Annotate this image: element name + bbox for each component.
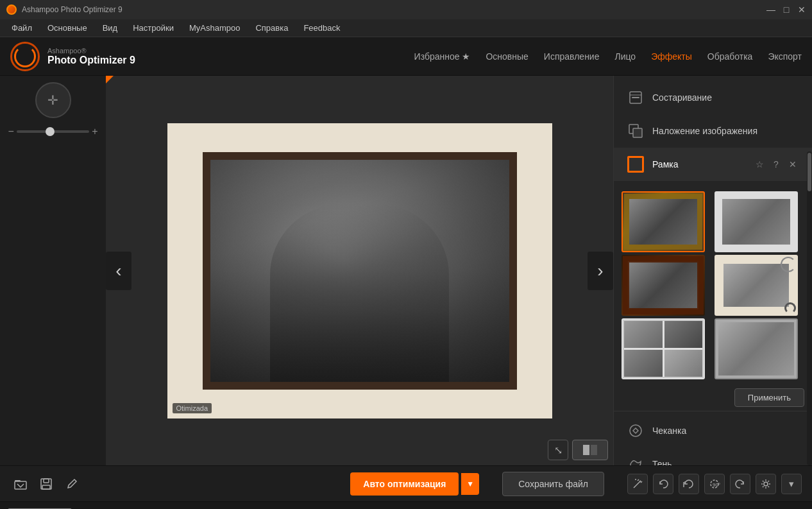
zoom-slider-thumb[interactable] [46, 127, 55, 136]
frame-help-button[interactable]: ? [770, 158, 782, 171]
pan-control[interactable] [35, 82, 71, 118]
maximize-button[interactable]: □ [782, 6, 790, 13]
close-button[interactable]: ✕ [798, 6, 806, 13]
effect-shadow[interactable]: Тень [614, 447, 812, 465]
edit-tool-button[interactable] [62, 474, 82, 494]
effect-emboss[interactable]: Чеканка [614, 414, 812, 447]
overlay-label: Наложение изображения [652, 126, 757, 136]
magic-wand-button[interactable] [627, 474, 648, 494]
zoom-slider[interactable] [17, 130, 89, 133]
logo-area: Ashampoo® Photo Optimizer 9 [10, 42, 135, 71]
image-bottom-controls: ⤡ [548, 440, 608, 460]
split-view-button[interactable] [572, 440, 608, 460]
menu-help[interactable]: Справка [249, 21, 294, 35]
frame-icon-box [627, 156, 644, 173]
zoom-plus-button[interactable]: + [92, 126, 97, 137]
auto-optimize-button[interactable]: Авто оптимизация [350, 472, 459, 496]
right-scrollbar[interactable] [807, 151, 812, 465]
frame-icon [627, 155, 645, 173]
fit-screen-button[interactable]: ⤡ [548, 440, 568, 460]
shadow-icon [627, 455, 645, 465]
nav-tabs: Избранное ★ Основные Исправление Лицо Эф… [414, 49, 802, 64]
expand-button[interactable]: ▾ [781, 474, 802, 494]
frame-thumb-2[interactable] [715, 191, 798, 252]
more-effects: Чеканка Тень Синее смеще [614, 411, 812, 465]
svg-rect-13 [44, 479, 49, 483]
tab-export[interactable]: Экспорт [768, 49, 802, 64]
emboss-icon [627, 422, 645, 440]
zoom-minus-button[interactable]: − [8, 126, 14, 137]
logo-text: Ashampoo® Photo Optimizer 9 [47, 47, 135, 66]
menu-file[interactable]: Файл [5, 21, 38, 35]
emboss-label: Чеканка [652, 426, 686, 436]
effect-aging[interactable]: Состаривание [614, 81, 812, 114]
photo-frame [167, 123, 552, 418]
photo-bw [203, 152, 517, 390]
settings-button[interactable] [756, 474, 776, 494]
undo-icon [657, 478, 669, 490]
menu-feedback[interactable]: Feedback [297, 21, 346, 35]
frame-close-button[interactable]: ✕ [786, 158, 799, 171]
logo-brand: Ashampoo® [47, 47, 135, 55]
tab-face[interactable]: Лицо [614, 49, 636, 64]
logo-product: Photo Optimizer 9 [47, 55, 135, 66]
frame-thumb-6[interactable] [715, 318, 798, 379]
magic-wand-icon [632, 478, 643, 490]
undo-button[interactable] [653, 474, 673, 494]
undo-all-icon [683, 478, 695, 490]
minimize-button[interactable]: — [767, 6, 775, 13]
rotate-button[interactable]: 90° [704, 474, 725, 494]
menu-basic[interactable]: Основные [41, 21, 94, 35]
right-scrollbar-thumb[interactable] [808, 153, 811, 191]
menu-myashampoo[interactable]: MyAshampoo [183, 21, 246, 35]
undo-all-button[interactable] [679, 474, 699, 494]
tab-favorites[interactable]: Избранное ★ [414, 49, 471, 64]
save-tool-button[interactable] [36, 474, 56, 494]
frame-thumb-4-inner [723, 264, 789, 307]
frame-thumb-1[interactable] [622, 191, 705, 252]
auto-optimize-dropdown[interactable]: ▼ [461, 473, 479, 495]
window-title: Ashampoo Photo Optimizer 9 [22, 5, 123, 14]
corner-marker [106, 76, 114, 83]
effect-frame[interactable]: Рамка ☆ ? ✕ [614, 148, 812, 181]
tab-effects[interactable]: Эффекты [651, 49, 692, 64]
prev-image-button[interactable]: ‹ [106, 252, 131, 290]
tab-processing[interactable]: Обработка [707, 49, 753, 64]
menu-view[interactable]: Вид [96, 21, 124, 35]
left-panel: − + [0, 76, 106, 465]
save-tool-icon [39, 477, 53, 491]
menu-settings[interactable]: Настройки [126, 21, 180, 35]
split-view-icon [583, 445, 597, 455]
open-folder-icon [13, 477, 28, 491]
effects-menu: Состаривание Наложение изображения Рамка [614, 76, 812, 186]
split-left [583, 445, 589, 455]
svg-rect-11 [15, 481, 26, 489]
frame-thumb-3[interactable] [622, 255, 705, 316]
save-file-button[interactable]: Сохранить файл [502, 472, 604, 496]
effect-overlay[interactable]: Наложение изображения [614, 114, 812, 148]
frame-thumb-4[interactable] [715, 255, 798, 316]
tab-correction[interactable]: Исправление [544, 49, 600, 64]
header: Ashampoo® Photo Optimizer 9 Избранное ★ … [0, 37, 812, 76]
svg-rect-14 [42, 485, 50, 489]
photo-label: Otimizada [173, 403, 212, 413]
svg-text:90°: 90° [713, 482, 720, 488]
bottom-toolbar: Авто оптимизация ▼ Сохранить файл 90° [0, 465, 812, 501]
frame-thumb-5[interactable] [622, 318, 705, 379]
title-bar-left: Ashampoo Photo Optimizer 9 [6, 4, 123, 15]
rotate-ccw-icon [734, 478, 746, 490]
svg-line-15 [634, 482, 639, 488]
aging-label: Состаривание [652, 92, 712, 103]
tab-basic[interactable]: Основные [486, 49, 528, 64]
title-bar: Ashampoo Photo Optimizer 9 — □ ✕ [0, 0, 812, 19]
menu-bar: Файл Основные Вид Настройки MyAshampoo С… [0, 19, 812, 37]
frames-grid [614, 186, 812, 384]
next-image-button[interactable]: › [588, 252, 613, 290]
svg-rect-4 [633, 128, 642, 137]
window-controls[interactable]: — □ ✕ [767, 6, 806, 13]
apply-button[interactable]: Применить [734, 388, 804, 407]
open-folder-button[interactable] [10, 474, 31, 494]
split-right [591, 445, 597, 455]
rotate-ccw-button[interactable] [730, 474, 750, 494]
frame-star-button[interactable]: ☆ [753, 158, 766, 171]
